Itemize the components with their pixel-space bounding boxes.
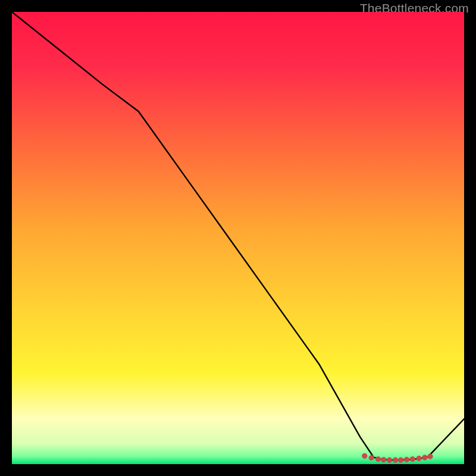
optimal-marker: [398, 458, 403, 462]
optimal-marker: [362, 453, 367, 458]
chart-svg: [12, 12, 464, 464]
chart-stage: TheBottleneck.com: [0, 0, 476, 476]
optimal-marker: [387, 458, 392, 462]
optimal-marker: [416, 456, 421, 461]
optimal-marker: [404, 457, 409, 462]
optimal-marker: [381, 458, 386, 462]
chart-plot: [12, 12, 464, 464]
optimal-marker: [369, 455, 374, 460]
gradient-background: [12, 12, 464, 464]
optimal-marker: [428, 454, 433, 459]
optimal-marker: [422, 455, 427, 460]
optimal-marker: [410, 456, 415, 461]
optimal-marker: [393, 458, 397, 462]
optimal-marker: [375, 456, 380, 461]
